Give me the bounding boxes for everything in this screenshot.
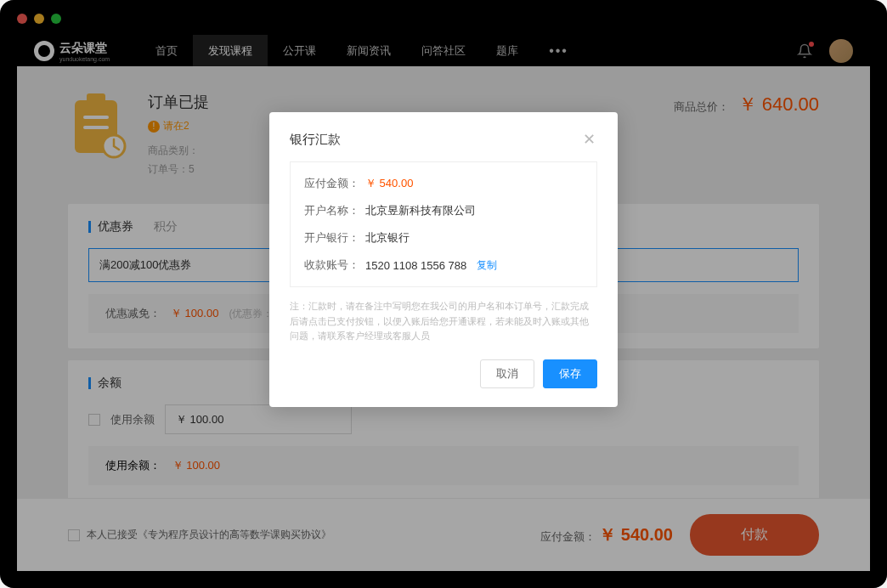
modal-amount-label: 应付金额： <box>304 176 365 191</box>
modal-account-num-label: 收款账号： <box>304 257 365 273</box>
bank-transfer-modal: 银行汇款 ✕ 应付金额： ￥ 540.00 开户名称： 北京昱新科技有限公司 开… <box>269 112 618 407</box>
modal-account-num-value: 1520 1108 1556 788 <box>365 259 466 272</box>
modal-overlay[interactable]: 银行汇款 ✕ 应付金额： ￥ 540.00 开户名称： 北京昱新科技有限公司 开… <box>0 0 887 588</box>
modal-account-name-label: 开户名称： <box>304 203 365 218</box>
modal-account-name-value: 北京昱新科技有限公司 <box>365 203 476 218</box>
modal-title: 银行汇款 <box>290 132 341 148</box>
modal-bank-label: 开户银行： <box>304 230 365 246</box>
copy-button[interactable]: 复制 <box>477 258 497 273</box>
modal-note: 注：汇款时，请在备注中写明您在我公司的用户名和本订单号，汇款完成后请点击已支付按… <box>290 299 597 344</box>
save-button[interactable]: 保存 <box>543 359 597 388</box>
cancel-button[interactable]: 取消 <box>480 359 534 388</box>
modal-bank-value: 北京银行 <box>365 230 410 246</box>
modal-amount-value: ￥ 540.00 <box>365 176 413 191</box>
close-icon[interactable]: ✕ <box>580 131 597 148</box>
